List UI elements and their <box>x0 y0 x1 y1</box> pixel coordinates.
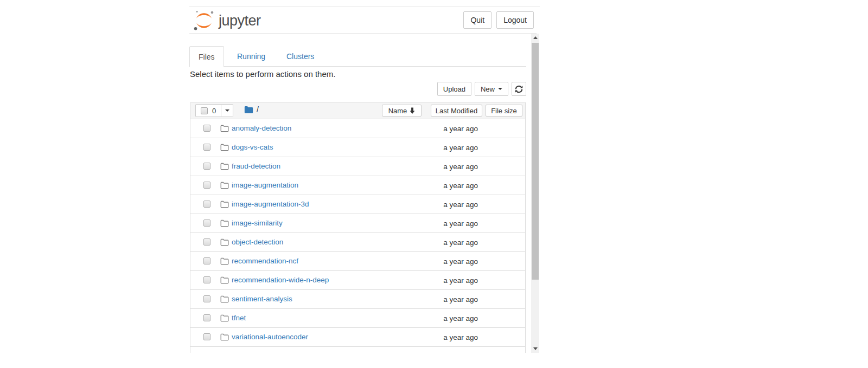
sort-file-size-button[interactable]: File size <box>486 105 522 117</box>
table-row: image-augmentation a year ago <box>190 176 525 195</box>
triangle-up-icon <box>533 36 538 39</box>
jupyter-logo-icon <box>193 10 215 31</box>
vertical-scrollbar[interactable] <box>531 34 539 353</box>
folder-outline-icon <box>220 219 229 227</box>
list-header: 0 / Name <box>190 102 525 119</box>
selected-count: 0 <box>212 107 216 115</box>
select-items-hint: Select items to perform actions on them. <box>190 69 335 79</box>
chevron-down-icon <box>498 88 502 90</box>
tab-running[interactable]: Running <box>228 46 274 67</box>
sort-name-label: Name <box>388 107 407 115</box>
chevron-down-icon <box>225 109 229 112</box>
tab-clusters[interactable]: Clusters <box>278 46 323 67</box>
logo-text: jupyter <box>219 12 261 29</box>
header-buttons: Quit Logout <box>463 11 534 29</box>
select-filter-dropdown[interactable] <box>221 104 233 117</box>
scrollbar-thumb[interactable] <box>532 43 539 280</box>
triangle-down-icon <box>533 347 538 350</box>
folder-icon <box>244 106 253 114</box>
row-checkbox[interactable] <box>203 201 210 208</box>
folder-outline-icon <box>220 257 229 265</box>
app-header: jupyter Quit Logout <box>189 7 537 34</box>
sort-name-button[interactable]: Name <box>382 105 422 117</box>
sort-descending-arrow-icon <box>410 107 415 114</box>
select-all-group: 0 <box>195 104 233 117</box>
last-modified-text: a year ago <box>443 238 478 247</box>
jupyter-app: jupyter Quit Logout Files Running Cluste… <box>189 6 540 353</box>
row-checkbox[interactable] <box>203 257 210 264</box>
last-modified-text: a year ago <box>443 314 478 322</box>
last-modified-text: a year ago <box>443 219 478 228</box>
tab-files[interactable]: Files <box>189 46 224 67</box>
folder-outline-icon <box>220 333 229 341</box>
action-toolbar: Upload New <box>189 82 526 96</box>
folder-outline-icon <box>220 276 229 284</box>
folder-link[interactable]: image-similarity <box>232 219 283 227</box>
last-modified-text: a year ago <box>443 125 478 133</box>
last-modified-text: a year ago <box>443 201 478 209</box>
table-row: fraud-detection a year ago <box>190 157 525 176</box>
folder-outline-icon <box>220 295 229 303</box>
folder-outline-icon <box>220 144 229 151</box>
table-row: variational-autoencoder a year ago <box>190 328 525 347</box>
quit-button[interactable]: Quit <box>463 11 492 29</box>
row-checkbox[interactable] <box>203 125 210 132</box>
page-body: Files Running Clusters Select items to p… <box>189 34 540 353</box>
folder-link[interactable]: object-detection <box>232 238 283 246</box>
row-checkbox[interactable] <box>203 144 210 151</box>
select-all-button[interactable]: 0 <box>195 104 221 117</box>
last-modified-text: a year ago <box>443 182 478 190</box>
jupyter-logo[interactable]: jupyter <box>193 10 261 31</box>
table-row: anomaly-detection a year ago <box>190 119 525 138</box>
refresh-icon <box>515 85 523 93</box>
upload-button[interactable]: Upload <box>437 82 471 96</box>
folder-link[interactable]: recommendation-ncf <box>232 257 298 265</box>
folder-outline-icon <box>220 163 229 170</box>
folder-link[interactable]: recommendation-wide-n-deep <box>232 276 329 284</box>
row-checkbox[interactable] <box>203 276 210 283</box>
tab-bar: Files Running Clusters <box>189 46 526 67</box>
row-checkbox[interactable] <box>203 163 210 170</box>
folder-outline-icon <box>220 314 229 322</box>
table-row: object-detection a year ago <box>190 233 525 252</box>
last-modified-text: a year ago <box>443 295 478 304</box>
folder-link[interactable]: dogs-vs-cats <box>232 143 273 151</box>
new-dropdown-button[interactable]: New <box>475 82 508 96</box>
folder-outline-icon <box>220 182 229 189</box>
last-modified-text: a year ago <box>443 257 478 266</box>
scrollbar-down-arrow[interactable] <box>531 345 539 353</box>
sort-last-modified-button[interactable]: Last Modified <box>431 105 482 117</box>
scrollbar-up-arrow[interactable] <box>531 34 539 42</box>
logout-button[interactable]: Logout <box>496 11 534 29</box>
last-modified-text: a year ago <box>443 163 478 171</box>
table-row: dogs-vs-cats a year ago <box>190 138 525 157</box>
folder-link[interactable]: image-augmentation <box>232 181 298 189</box>
folder-link[interactable]: image-augmentation-3d <box>232 200 309 208</box>
row-checkbox[interactable] <box>203 219 210 227</box>
folder-outline-icon <box>220 201 229 208</box>
folder-link[interactable]: sentiment-analysis <box>232 295 292 303</box>
folder-link[interactable]: fraud-detection <box>232 162 280 170</box>
folder-outline-icon <box>220 238 229 246</box>
notebook-list: 0 / Name <box>190 102 526 353</box>
row-checkbox[interactable] <box>203 333 210 340</box>
table-row: recommendation-wide-n-deep a year ago <box>190 271 525 290</box>
breadcrumb[interactable]: / <box>244 105 259 114</box>
row-checkbox[interactable] <box>203 238 210 246</box>
table-row: recommendation-ncf a year ago <box>190 252 525 271</box>
select-all-checkbox[interactable] <box>201 107 208 114</box>
folder-link[interactable]: tfnet <box>232 314 246 322</box>
table-row: tfnet a year ago <box>190 309 525 328</box>
folder-link[interactable]: anomaly-detection <box>232 124 291 132</box>
table-row: sentiment-analysis a year ago <box>190 290 525 309</box>
folder-link[interactable]: variational-autoencoder <box>232 333 308 341</box>
last-modified-text: a year ago <box>443 144 478 152</box>
refresh-button[interactable] <box>512 82 526 96</box>
row-checkbox[interactable] <box>203 314 210 321</box>
last-modified-text: a year ago <box>443 333 478 341</box>
row-checkbox[interactable] <box>203 295 210 302</box>
row-checkbox[interactable] <box>203 182 210 189</box>
breadcrumb-path: / <box>257 105 259 114</box>
folder-outline-icon <box>220 125 229 132</box>
table-row: image-augmentation-3d a year ago <box>190 195 525 214</box>
